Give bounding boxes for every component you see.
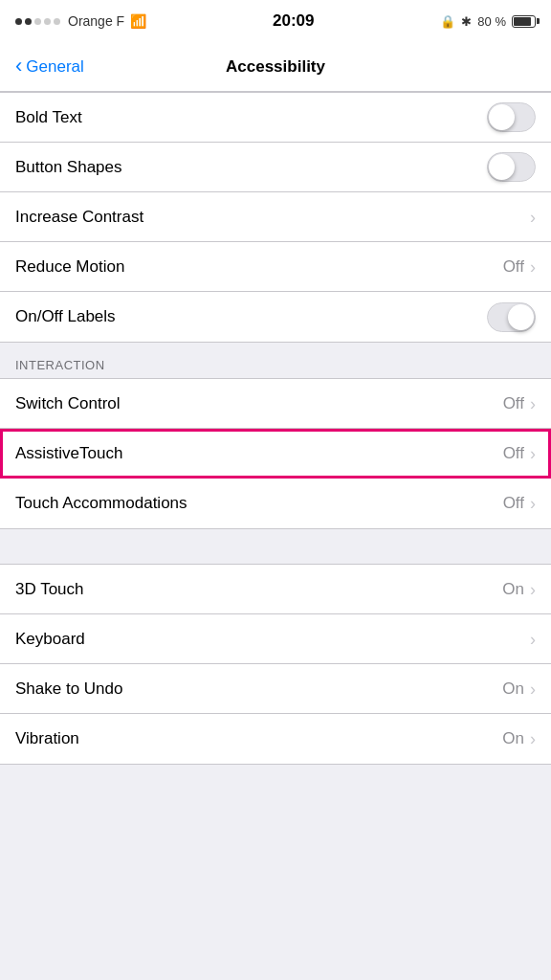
3d-touch-item[interactable]: 3D Touch On › [0, 565, 551, 614]
assistive-touch-right: Off › [503, 444, 536, 463]
back-chevron-icon: ‹ [15, 56, 22, 77]
increase-contrast-chevron-icon: › [530, 209, 536, 226]
shake-to-undo-chevron-icon: › [530, 680, 536, 698]
status-bar: Orange F 📶 20:09 🔒 ✱ 80 % [0, 0, 551, 42]
touch-accommodations-right: Off › [503, 494, 536, 513]
onoff-labels-right [487, 302, 536, 332]
back-label: General [26, 57, 83, 77]
vibration-right: On › [502, 729, 536, 748]
vibration-label: Vibration [15, 729, 79, 748]
status-time: 20:09 [273, 11, 314, 31]
3d-touch-right: On › [502, 580, 536, 599]
bluetooth-icon: ✱ [461, 14, 472, 29]
increase-contrast-label: Increase Contrast [15, 208, 143, 227]
keyboard-chevron-icon: › [530, 631, 536, 648]
section-spacer-1 [0, 529, 551, 564]
signal-dot-4 [44, 18, 51, 25]
signal-dot-3 [34, 18, 41, 25]
reduce-motion-right: Off › [503, 257, 536, 277]
bold-text-item[interactable]: Bold Text [0, 93, 551, 143]
interaction-header: INTERACTION [0, 343, 551, 378]
reduce-motion-item[interactable]: Reduce Motion Off › [0, 242, 551, 292]
status-left: Orange F 📶 [15, 13, 146, 29]
button-shapes-thumb [489, 154, 515, 180]
shake-to-undo-right: On › [502, 679, 536, 699]
signal-dot-2 [25, 18, 32, 25]
increase-contrast-right: › [530, 209, 536, 226]
keyboard-label: Keyboard [15, 630, 85, 649]
wifi-icon: 📶 [130, 13, 146, 29]
battery-percent: 80 % [477, 14, 506, 29]
3d-touch-chevron-icon: › [530, 581, 536, 598]
keyboard-item[interactable]: Keyboard › [0, 614, 551, 664]
onoff-labels-label: On/Off Labels [15, 307, 116, 326]
shake-to-undo-value: On [502, 679, 524, 699]
button-shapes-right [487, 152, 536, 182]
assistive-touch-chevron-icon: › [530, 445, 536, 462]
reduce-motion-label: Reduce Motion [15, 257, 124, 277]
content: Bold Text Button Shapes Increase Contras… [0, 92, 551, 765]
signal-dot-1 [15, 18, 22, 25]
switch-control-label: Switch Control [15, 394, 121, 413]
3d-touch-label: 3D Touch [15, 580, 84, 599]
hardware-group: 3D Touch On › Keyboard › Shake to Undo O… [0, 564, 551, 765]
keyboard-right: › [530, 631, 536, 648]
bold-text-toggle[interactable] [487, 102, 536, 132]
button-shapes-label: Button Shapes [15, 158, 122, 177]
shake-to-undo-label: Shake to Undo [15, 679, 122, 699]
interaction-group: Switch Control Off › AssistiveTouch Off … [0, 378, 551, 529]
switch-control-item[interactable]: Switch Control Off › [0, 379, 551, 429]
touch-accommodations-chevron-icon: › [530, 495, 536, 512]
battery-icon [512, 15, 536, 28]
carrier-label: Orange F [68, 13, 124, 29]
reduce-motion-value: Off [503, 257, 524, 277]
vibration-item[interactable]: Vibration On › [0, 714, 551, 764]
nav-header: ‹ General Accessibility [0, 42, 551, 92]
bold-text-right [487, 102, 536, 132]
battery-fill [514, 17, 531, 26]
assistive-touch-item[interactable]: AssistiveTouch Off › [0, 429, 551, 479]
onoff-labels-toggle[interactable] [487, 302, 536, 332]
lock-icon: 🔒 [440, 14, 455, 29]
switch-control-right: Off › [503, 394, 536, 413]
bold-text-thumb [489, 104, 515, 130]
button-shapes-toggle[interactable] [487, 152, 536, 182]
shake-to-undo-item[interactable]: Shake to Undo On › [0, 664, 551, 714]
touch-accommodations-item[interactable]: Touch Accommodations Off › [0, 479, 551, 528]
reduce-motion-chevron-icon: › [530, 258, 536, 276]
assistive-touch-label: AssistiveTouch [15, 444, 122, 463]
onoff-labels-thumb [508, 304, 534, 330]
page-title: Accessibility [226, 57, 325, 77]
vibration-chevron-icon: › [530, 730, 536, 747]
vision-group: Bold Text Button Shapes Increase Contras… [0, 92, 551, 343]
back-button[interactable]: ‹ General [0, 57, 99, 77]
onoff-labels-item[interactable]: On/Off Labels [0, 292, 551, 342]
touch-accommodations-value: Off [503, 494, 524, 513]
switch-control-chevron-icon: › [530, 395, 536, 412]
3d-touch-value: On [502, 580, 524, 599]
touch-accommodations-label: Touch Accommodations [15, 494, 187, 513]
bold-text-label: Bold Text [15, 108, 82, 127]
status-right: 🔒 ✱ 80 % [440, 14, 536, 29]
assistive-touch-value: Off [503, 444, 524, 463]
vibration-value: On [502, 729, 524, 748]
signal-dots [15, 18, 60, 25]
button-shapes-item[interactable]: Button Shapes [0, 143, 551, 192]
increase-contrast-item[interactable]: Increase Contrast › [0, 192, 551, 242]
switch-control-value: Off [503, 394, 524, 413]
signal-dot-5 [54, 18, 60, 25]
